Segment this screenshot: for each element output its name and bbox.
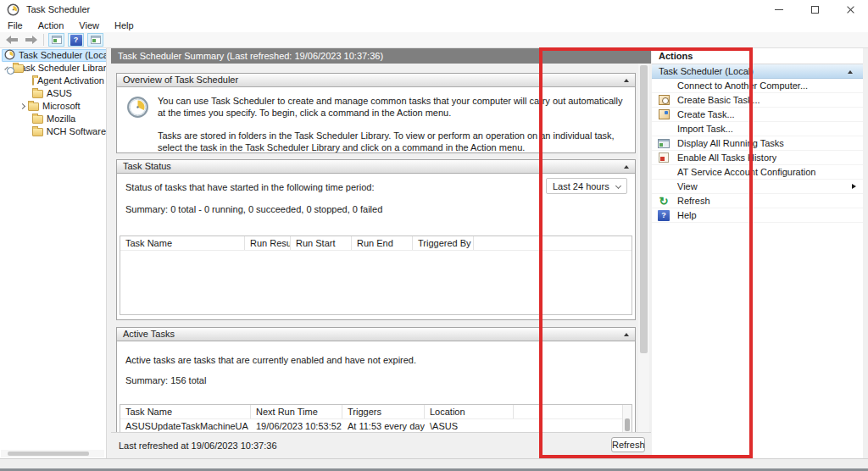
triggers-cell: At 11:53 every day - Afte... — [342, 419, 425, 432]
column-header[interactable]: Run Start — [291, 236, 352, 250]
task-status-section-header[interactable]: Task Status — [117, 160, 635, 174]
action-display-all-running-tasks[interactable]: Display All Running Tasks — [652, 136, 863, 151]
action-label: AT Service Account Configuration — [677, 167, 815, 177]
scrollbar-thumb[interactable] — [640, 65, 648, 353]
column-header[interactable]: Task Name — [120, 405, 251, 418]
tree-item-label: Task Scheduler Library — [16, 63, 107, 74]
icon-placeholder — [658, 167, 670, 178]
collapse-button[interactable] — [845, 68, 855, 76]
active-tasks-title: Active Tasks — [123, 329, 175, 339]
overview-paragraph-1: You can use Task Scheduler to create and… — [158, 95, 623, 119]
active-tasks-description: Active tasks are tasks that are currentl… — [125, 355, 416, 365]
table-vertical-scrollbar[interactable] — [622, 405, 632, 432]
action-label: Enable All Tasks History — [677, 152, 776, 163]
show-console-tree-button[interactable] — [48, 33, 64, 47]
summary-panel: Task Scheduler Summary (Last refreshed: … — [111, 48, 651, 458]
overview-paragraph-2: Tasks are stored in folders in the Task … — [158, 130, 623, 153]
horizontal-scrollbar[interactable] — [1, 450, 104, 457]
action-import-task[interactable]: Import Task... — [652, 122, 863, 136]
actions-panel: Actions Task Scheduler (Local) Connect t… — [652, 48, 863, 458]
action-create-basic-task[interactable]: Create Basic Task... — [652, 93, 863, 108]
column-header[interactable]: Next Run Time — [251, 405, 342, 418]
action-view[interactable]: View — [652, 180, 863, 194]
action-help[interactable]: ? Help — [652, 208, 863, 223]
collapse-button[interactable] — [621, 163, 632, 171]
column-header[interactable]: Run Result — [245, 236, 291, 250]
vertical-scrollbar[interactable] — [638, 64, 649, 432]
overview-section-header[interactable]: Overview of Task Scheduler — [117, 74, 635, 87]
folder-icon — [32, 115, 43, 124]
toolbar: ? — [0, 32, 868, 48]
triangle-up-icon — [624, 79, 629, 82]
time-period-value: Last 24 hours — [553, 181, 616, 191]
forward-arrow-icon — [25, 35, 38, 45]
column-header[interactable]: Triggered By — [413, 236, 474, 250]
column-header[interactable]: Triggers — [342, 405, 425, 418]
icon-placeholder — [658, 181, 670, 192]
maximize-button[interactable] — [797, 0, 832, 19]
action-label: Import Task... — [677, 124, 733, 134]
action-at-service-account-configuration[interactable]: AT Service Account Configuration — [652, 165, 863, 180]
actions-section-header[interactable]: Task Scheduler (Local) — [652, 64, 863, 79]
close-button[interactable] — [832, 0, 868, 19]
scrollbar-thumb[interactable] — [625, 418, 630, 431]
action-enable-all-tasks-history[interactable]: Enable All Tasks History — [652, 151, 863, 165]
folder-icon — [32, 128, 43, 136]
chevron-right-icon[interactable] — [19, 103, 25, 109]
triangle-up-icon — [624, 333, 629, 336]
action-refresh[interactable]: ↻ Refresh — [652, 194, 863, 208]
tree-item-nch-software[interactable]: NCH Software — [0, 126, 106, 137]
refresh-icon: ↻ — [658, 196, 670, 207]
actions-panel-title: Actions — [652, 48, 863, 64]
help-icon-wrap: ? — [658, 210, 670, 221]
overview-body: You can use Task Scheduler to create and… — [117, 87, 635, 153]
task-status-section: Task Status Status of tasks that have st… — [116, 159, 636, 320]
standard-view-button[interactable] — [87, 33, 103, 47]
console-tree-panel: Task Scheduler (Local) Task Scheduler Li… — [0, 48, 107, 458]
action-connect-to-another-computer[interactable]: Connect to Another Computer... — [652, 79, 863, 93]
icon-placeholder — [658, 124, 670, 135]
scrollbar-thumb[interactable] — [8, 452, 89, 456]
table-row[interactable]: ASUSUpdateTaskMachineUA 19/06/2023 10:53… — [120, 419, 632, 432]
forward-button[interactable] — [25, 35, 39, 46]
minimize-button[interactable] — [761, 0, 797, 19]
active-tasks-summary: Summary: 156 total — [125, 375, 206, 385]
action-label: Connect to Another Computer... — [677, 80, 808, 91]
action-label: Create Basic Task... — [677, 95, 760, 105]
summary-header: Task Scheduler Summary (Last refreshed: … — [111, 48, 651, 64]
refresh-button[interactable]: Refresh — [611, 437, 645, 452]
tree-item-task-scheduler-library[interactable]: Task Scheduler Library — [0, 63, 106, 74]
collapse-button[interactable] — [621, 76, 632, 85]
help-toolbar-button[interactable]: ? — [68, 33, 84, 47]
tree-item-microsoft[interactable]: Microsoft — [0, 101, 106, 112]
action-label: Help — [677, 210, 697, 220]
menu-action[interactable]: Action — [31, 19, 72, 32]
action-create-task[interactable]: Create Task... — [652, 108, 863, 122]
column-header[interactable]: Task Name — [120, 236, 245, 250]
last-refreshed-text: Last refreshed at 19/06/2023 10:37:36 — [119, 441, 277, 451]
app-clock-icon — [7, 3, 19, 16]
tree-item-mozilla[interactable]: Mozilla — [0, 114, 106, 125]
collapse-button[interactable] — [621, 330, 632, 339]
menu-view[interactable]: View — [71, 19, 107, 32]
icon-placeholder — [658, 80, 670, 91]
column-header[interactable]: Run End — [352, 236, 413, 250]
screen: Task Scheduler File Action View Help — [0, 0, 868, 471]
minimize-icon — [775, 9, 783, 10]
menu-file[interactable]: File — [0, 19, 31, 32]
actions-section-label: Task Scheduler (Local) — [659, 66, 754, 76]
active-tasks-section-header[interactable]: Active Tasks — [117, 328, 635, 341]
triangle-up-icon — [848, 70, 853, 74]
tree-item-task-scheduler-local[interactable]: Task Scheduler (Local) — [0, 50, 106, 61]
menu-bar: File Action View Help — [0, 19, 868, 32]
tree-item-agent-activation[interactable]: Agent Activation Runt — [0, 75, 106, 86]
time-period-select[interactable]: Last 24 hours — [546, 178, 627, 194]
tree-item-asus[interactable]: ASUS — [0, 88, 106, 99]
task-status-summary: Summary: 0 total - 0 running, 0 succeede… — [125, 204, 382, 214]
table-header-row: Task Name Next Run Time Triggers Locatio… — [120, 405, 632, 419]
task-status-title: Task Status — [123, 161, 171, 171]
tree-item-label: Agent Activation Runt — [37, 75, 107, 86]
menu-help[interactable]: Help — [107, 19, 142, 32]
column-header[interactable]: Location — [425, 405, 514, 418]
back-button[interactable] — [5, 35, 19, 46]
